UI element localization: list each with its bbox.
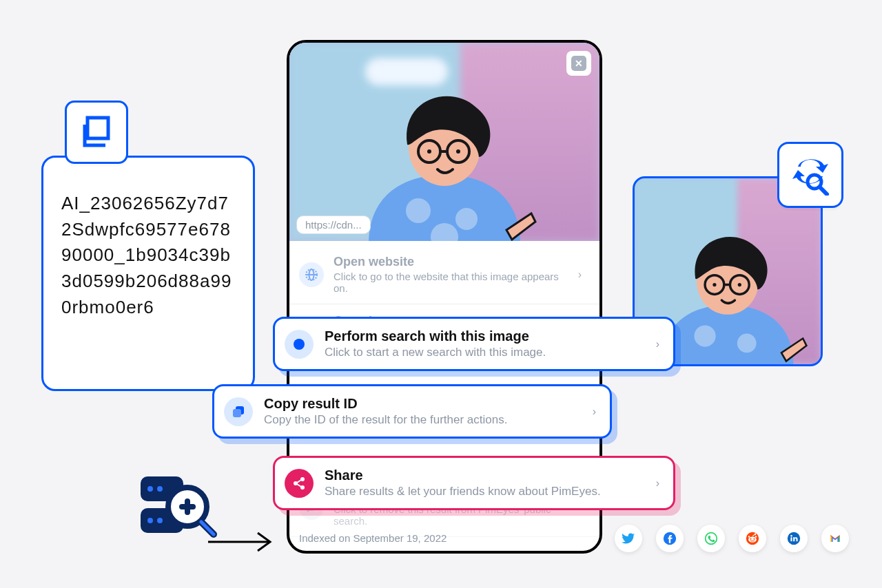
svg-rect-30 (233, 409, 241, 417)
close-button[interactable]: ✕ (566, 51, 591, 76)
whatsapp-icon (704, 532, 718, 545)
reverse-search-icon-card (777, 142, 843, 208)
linkedin-button[interactable] (780, 525, 808, 552)
svg-point-36 (694, 325, 715, 346)
row-title: Copy result ID (264, 396, 582, 412)
svg-point-5 (147, 518, 153, 523)
share-icon (285, 469, 314, 498)
copy-icon-card (65, 101, 128, 164)
close-icon: ✕ (571, 56, 586, 71)
svg-point-3 (147, 486, 153, 492)
perform-search-row[interactable]: Perform search with this image Click to … (273, 317, 675, 371)
svg-point-37 (737, 334, 757, 353)
row-sub: Click to start a new search with this im… (325, 346, 645, 359)
reddit-icon (746, 532, 759, 545)
reddit-button[interactable] (739, 525, 766, 552)
row-title: Perform search with this image (325, 328, 645, 344)
copy-icon (224, 397, 253, 426)
gmail-icon (828, 532, 842, 545)
open-website-row[interactable]: Open website Click to go to the website … (289, 245, 599, 304)
svg-point-4 (157, 486, 163, 492)
svg-line-34 (297, 480, 301, 483)
indexed-date: Indexed on September 19, 2022 (299, 532, 447, 544)
social-share-row (615, 525, 849, 552)
facebook-icon (663, 532, 677, 545)
svg-point-52 (755, 536, 757, 538)
svg-rect-0 (88, 118, 108, 138)
linkedin-icon (787, 532, 801, 545)
svg-line-35 (297, 484, 301, 487)
svg-point-13 (406, 198, 431, 223)
source-url-text: https://cdn... (305, 219, 362, 231)
svg-point-42 (712, 283, 716, 286)
row-title: Share (325, 468, 645, 483)
svg-point-43 (738, 283, 741, 286)
avatar-illustration (341, 65, 548, 241)
svg-point-14 (455, 208, 478, 230)
svg-point-57 (790, 535, 792, 537)
svg-point-53 (748, 536, 750, 538)
svg-point-6 (157, 518, 163, 523)
chevron-right-icon: › (578, 269, 582, 281)
twitter-icon (622, 532, 635, 545)
chevron-right-icon: › (656, 338, 659, 350)
svg-point-50 (750, 538, 751, 540)
globe-icon (299, 262, 324, 287)
copy-stack-icon (78, 114, 115, 151)
facebook-button[interactable] (656, 525, 684, 552)
result-id-text: AI_23062656Zy7d72Sdwpfc69577e67890000_1b… (61, 193, 232, 317)
twitter-button[interactable] (615, 525, 642, 552)
chevron-right-icon: › (593, 406, 596, 418)
svg-point-28 (294, 339, 305, 350)
row-sub: Click to go to the website that this ima… (334, 271, 568, 294)
svg-rect-56 (790, 537, 792, 541)
search-dot-icon (285, 330, 314, 359)
svg-point-51 (753, 538, 755, 540)
reverse-search-icon (790, 154, 831, 196)
arrow-right-icon (207, 530, 276, 556)
row-sub: Share results & let your friends know ab… (325, 485, 645, 498)
svg-point-47 (706, 533, 717, 545)
svg-point-21 (456, 149, 460, 154)
share-row[interactable]: Share Share results & let your friends k… (273, 456, 675, 510)
whatsapp-button[interactable] (697, 525, 725, 552)
copy-id-row[interactable]: Copy result ID Copy the ID of the result… (212, 384, 612, 439)
result-id-box: AI_23062656Zy7d72Sdwpfc69577e67890000_1b… (41, 156, 255, 391)
source-url-chip[interactable]: https://cdn... (296, 216, 371, 234)
chevron-right-icon: › (656, 477, 659, 490)
row-sub: Copy the ID of the result for the furthe… (264, 413, 582, 427)
gmail-button[interactable] (821, 525, 849, 552)
result-hero-image: ✕ https://cdn... (289, 43, 599, 241)
svg-point-20 (427, 149, 431, 154)
svg-point-49 (748, 537, 757, 543)
svg-line-45 (820, 187, 827, 194)
row-title: Open website (334, 255, 568, 269)
